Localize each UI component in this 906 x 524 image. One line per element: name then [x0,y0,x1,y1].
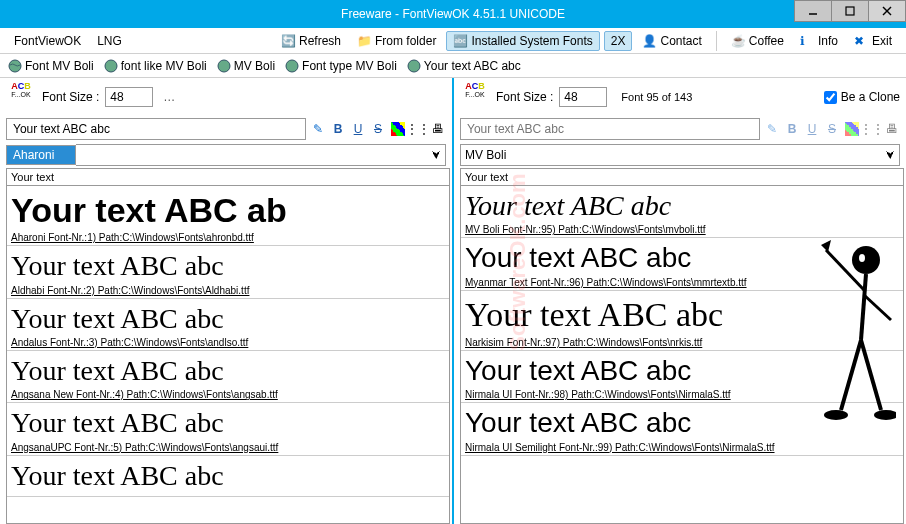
underline-button[interactable]: U [804,121,820,137]
maximize-button[interactable] [831,0,869,22]
underline-button[interactable]: U [350,121,366,137]
font-list-item[interactable]: Your text ABC abAharoni Font-Nr.:1) Path… [7,186,449,246]
clone-checkbox[interactable] [824,91,837,104]
globe-icon [285,59,299,73]
list-column-header: Your text [7,169,449,186]
font-sample-text: Your text ABC abc [465,188,899,224]
contact-button[interactable]: 👤Contact [636,32,707,50]
font-select[interactable]: Aharoni ⮟ [6,144,446,166]
coffee-icon: ☕ [731,34,745,48]
bold-button[interactable]: B [784,121,800,137]
exit-button[interactable]: ✖Exit [848,32,898,50]
search-suggestion[interactable]: Your text ABC abc [403,58,525,74]
exit-icon: ✖ [854,34,868,48]
print-icon[interactable]: 🖶 [884,121,900,137]
svg-rect-1 [846,7,854,15]
font-list-item[interactable]: Your text ABC abcNirmala UI Semilight Fo… [461,403,903,455]
font-list-item[interactable]: Your text ABC abcAngsana New Font-Nr.:4)… [7,351,449,403]
info-button[interactable]: ℹInfo [794,32,844,50]
search-suggestion[interactable]: Font type MV Boli [281,58,401,74]
font-list-item[interactable]: Your text ABC abcMyanmar Text Font-Nr.:9… [461,238,903,290]
edit-icon[interactable]: ✎ [764,121,780,137]
more-options-button[interactable]: … [159,90,179,104]
color-button[interactable] [390,121,406,137]
refresh-icon: 🔄 [281,34,295,48]
edit-icon[interactable]: ✎ [310,121,326,137]
selected-font-name: MV Boli [465,148,506,162]
font-info-text: AngsanaUPC Font-Nr.:5) Path:C:\Windows\F… [11,442,445,453]
info-icon: ℹ [800,34,814,48]
color-grid-icon [845,122,859,136]
strike-button[interactable]: S [824,121,840,137]
print-icon[interactable]: 🖶 [430,121,446,137]
font-sample-text: Your text ABC abc [11,301,445,337]
font-sample-text: Your text ABC abc [465,293,899,337]
folder-icon: 📁 [357,34,371,48]
font-info-text: Myanmar Text Font-Nr.:96) Path:C:\Window… [465,277,899,288]
split-panes: ACBF...OK Font Size : … ✎ B U S ⋮⋮ 🖶 Aha… [0,78,906,524]
font-size-label: Font Size : [42,90,99,104]
font-size-input[interactable] [105,87,153,107]
font-info-text: Aharoni Font-Nr.:1) Path:C:\Windows\Font… [11,232,445,243]
font-sample-text: Your text ABC ab [11,188,445,232]
globe-icon [407,59,421,73]
font-list-item[interactable]: Your text ABC abcAldhabi Font-Nr.:2) Pat… [7,246,449,298]
bold-button[interactable]: B [330,121,346,137]
search-suggestion[interactable]: font like MV Boli [100,58,211,74]
font-info-text: Aldhabi Font-Nr.:2) Path:C:\Windows\Font… [11,285,445,296]
font-info-text: MV Boli Font-Nr.:95) Path:C:\Windows\Fon… [465,224,899,235]
clone-checkbox-label[interactable]: Be a Clone [824,90,900,104]
titlebar: Freeware - FontViewOK 4.51.1 UNICODE [0,0,906,28]
menubar: FontViewOK LNG 🔄Refresh 📁From folder 🔤In… [0,28,906,54]
font-list-item[interactable]: Your text ABC abcAngsanaUPC Font-Nr.:5) … [7,403,449,455]
sample-text-input[interactable] [6,118,306,140]
refresh-button[interactable]: 🔄Refresh [275,32,347,50]
menu-lng[interactable]: LNG [91,32,128,50]
left-font-list[interactable]: Your text Your text ABC abAharoni Font-N… [6,168,450,524]
font-list-item[interactable]: Your text ABC abcMV Boli Font-Nr.:95) Pa… [461,186,903,238]
app-logo-icon: ACBF...OK [6,82,36,112]
options-icon[interactable]: ⋮⋮ [410,121,426,137]
close-button[interactable] [868,0,906,22]
coffee-button[interactable]: ☕Coffee [725,32,790,50]
sample-text-input[interactable] [460,118,760,140]
font-size-input[interactable] [559,87,607,107]
left-pane: ACBF...OK Font Size : … ✎ B U S ⋮⋮ 🖶 Aha… [0,78,454,524]
list-column-header: Your text [461,169,903,186]
strike-button[interactable]: S [370,121,386,137]
font-sample-text: Your text ABC abc [465,240,899,276]
minimize-button[interactable] [794,0,832,22]
search-suggestion[interactable]: Font MV Boli [4,58,98,74]
chevron-down-icon: ⮟ [432,150,441,160]
font-info-text: Andalus Font-Nr.:3) Path:C:\Windows\Font… [11,337,445,348]
font-sample-text: Your text ABC abc [11,458,445,494]
options-icon[interactable]: ⋮⋮ [864,121,880,137]
svg-point-6 [218,60,230,72]
installed-fonts-button[interactable]: 🔤Installed System Fonts [446,31,599,51]
sample-text-row: ✎ B U S ⋮⋮ 🖶 [454,116,906,142]
color-button[interactable] [844,121,860,137]
right-pane-header: ACBF...OK Font Size : Font 95 of 143 Be … [454,78,906,116]
two-x-button[interactable]: 2X [604,31,633,51]
globe-icon [104,59,118,73]
svg-point-5 [105,60,117,72]
font-list-item[interactable]: Your text ABC abcNarkisim Font-Nr.:97) P… [461,291,903,351]
sample-text-row: ✎ B U S ⋮⋮ 🖶 [0,116,452,142]
from-folder-button[interactable]: 📁From folder [351,32,442,50]
fonts-icon: 🔤 [453,34,467,48]
font-list-item[interactable]: Your text ABC abcAndalus Font-Nr.:3) Pat… [7,299,449,351]
left-pane-header: ACBF...OK Font Size : … [0,78,452,116]
font-info-text: Angsana New Font-Nr.:4) Path:C:\Windows\… [11,389,445,400]
font-size-label: Font Size : [496,90,553,104]
font-info-text: Nirmala UI Semilight Font-Nr.:99) Path:C… [465,442,899,453]
right-font-list[interactable]: Your text Your text ABC abcMV Boli Font-… [460,168,904,524]
font-list-item[interactable]: Your text ABC abc [7,456,449,497]
font-select[interactable]: MV Boli ⮟ [460,144,900,166]
font-list-item[interactable]: Your text ABC abcNirmala UI Font-Nr.:98)… [461,351,903,403]
search-suggestion[interactable]: MV Boli [213,58,279,74]
contact-icon: 👤 [642,34,656,48]
menu-app[interactable]: FontViewOK [8,32,87,50]
window-controls [795,0,906,22]
globe-icon [8,59,22,73]
font-info-text: Nirmala UI Font-Nr.:98) Path:C:\Windows\… [465,389,899,400]
